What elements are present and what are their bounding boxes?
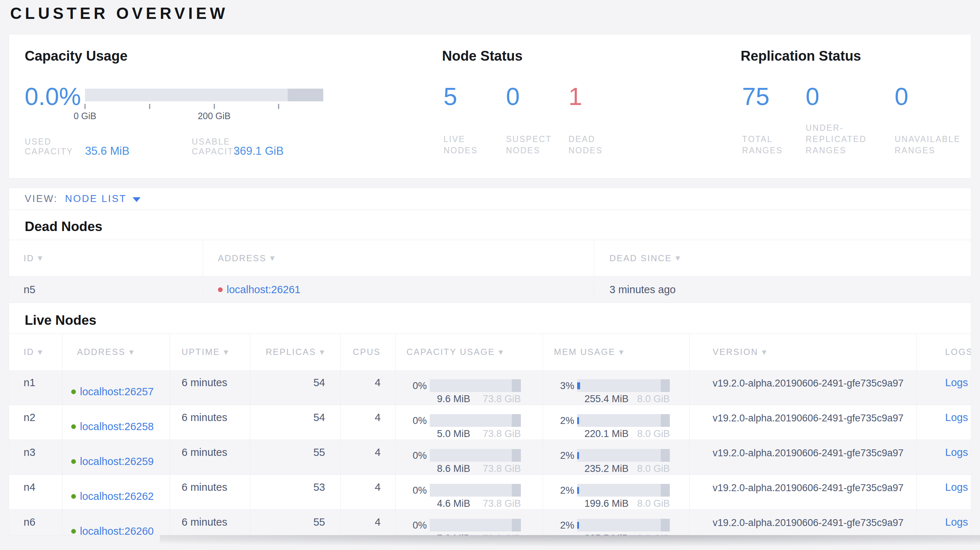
unavailable-ranges-count: 0 [895,84,972,109]
mem-bar-other-segment [661,449,670,462]
mem-bar-used-segment [577,452,579,459]
node-capacity-usage-cell: 0% 9.6 MiB 73.8 GiB [395,370,542,405]
column-header-id[interactable]: ID▼ [9,334,62,370]
node-id: n5 [9,284,203,296]
view-dropdown[interactable]: NODE LIST [65,193,127,205]
cluster-capacity-bar [85,89,323,101]
node-id: n6 [9,510,62,535]
capacity-used-value: 9.6 MiB [437,393,470,404]
node-mem-usage-cell: 2% 225.5 MiB 8.0 GiB [542,510,689,535]
sort-arrow-icon: ▼ [38,349,43,356]
column-header-id[interactable]: ID▼ [9,240,203,276]
node-dead-dot [218,287,223,292]
node-uptime: 6 minutes [170,370,250,405]
node-mem-usage-cell: 3% 255.4 MiB 8.0 GiB [542,370,689,405]
column-header-address[interactable]: ADDRESS▼ [203,240,594,276]
node-address-link[interactable]: localhost:26260 [80,526,154,535]
table-row: n5 localhost:26261 3 minutes ago [9,276,971,303]
column-header-address[interactable]: ADDRESS▼ [62,334,170,370]
page-title: CLUSTER OVERVIEW [10,4,228,22]
logs-link[interactable]: Logs [945,377,968,388]
capacity-percent: 0% [403,485,427,496]
logs-cell: Logs [916,475,971,509]
capacity-bar-other-segment [288,89,323,101]
sort-arrow-icon: ▼ [499,349,504,356]
logs-link[interactable]: Logs [945,516,968,528]
under-replicated-ranges-count: 0 [806,84,895,109]
node-address-link[interactable]: localhost:26258 [80,421,154,432]
cluster-overview-card: Capacity Usage 0.0% 0 GiB200 GiB USED CA… [9,35,971,178]
node-status-title: Node Status [442,48,523,64]
logs-cell: Logs [916,510,971,535]
node-address-link[interactable]: localhost:26261 [227,284,301,296]
mem-bar-used-segment [577,382,580,389]
node-version: v19.2.0-alpha.20190606-2491-gfe735c9a97 [689,510,916,535]
mem-percent: 3% [550,380,574,391]
column-header-logs: LOGS [916,334,971,370]
mem-bar-other-segment [661,379,670,392]
capacity-bar-other-segment [512,484,521,497]
column-header-capacity-usage[interactable]: CAPACITY USAGE▼ [395,334,542,370]
mem-bar-used-segment [577,522,579,529]
mem-bar-other-segment [661,414,670,427]
column-header-replicas[interactable]: REPLICAS▼ [250,334,340,370]
capacity-bar-other-segment [512,379,521,392]
mem-bar-other-segment [661,519,670,531]
mem-bar-other-segment [661,484,670,497]
node-cpus: 4 [340,475,395,509]
capacity-percent: 0% [403,415,427,426]
window-bottom-shadow [160,535,980,550]
suspect-nodes-count: 0 [506,84,568,109]
node-live-dot [71,459,76,464]
logs-link[interactable]: Logs [945,412,968,423]
node-version: v19.2.0-alpha.20190606-2491-gfe735c9a97 [689,440,916,474]
node-address-link[interactable]: localhost:26262 [80,491,154,502]
suspect-nodes-label: SUSPECT NODES [506,134,550,156]
capacity-percent: 0% [403,520,427,531]
used-capacity-label: USED CAPACITY [25,137,79,157]
capacity-bar [430,449,521,462]
column-header-dead-since[interactable]: DEAD SINCE▼ [594,240,971,276]
table-row: n4 localhost:26262 6 minutes 53 4 0% 4.6… [9,475,971,510]
node-uptime: 6 minutes [170,510,250,535]
sort-arrow-icon: ▼ [224,349,229,356]
node-id: n3 [9,440,62,474]
sort-arrow-icon: ▼ [676,255,681,262]
chevron-down-icon[interactable] [132,197,141,202]
capacity-used-value: 4.6 MiB [437,498,470,509]
node-status-stats: 5 LIVE NODES 0 SUSPECT NODES 1 DEAD NODE… [444,84,631,156]
live-nodes-label: LIVE NODES [444,134,488,156]
node-cpus: 4 [340,440,395,474]
node-address-link[interactable]: localhost:26257 [80,386,154,397]
logs-link[interactable]: Logs [945,447,968,458]
node-version: v19.2.0-alpha.20190606-2491-gfe735c9a97 [689,405,916,440]
node-capacity-usage-cell: 0% 7.8 MiB 73.8 GiB [395,510,542,535]
capacity-bar [430,484,521,497]
mem-used-value: 225.5 MiB [584,533,629,535]
node-mem-usage-cell: 2% 220.1 MiB 8.0 GiB [542,405,689,440]
capacity-percent: 0% [403,450,427,461]
suspect-nodes-stat: 0 SUSPECT NODES [506,84,568,156]
column-header-uptime[interactable]: UPTIME▼ [170,334,250,370]
capacity-used-value: 7.8 MiB [437,533,470,535]
total-ranges-label: TOTAL RANGES [742,134,786,156]
logs-link[interactable]: Logs [945,481,968,493]
node-replicas: 54 [250,405,340,440]
column-header-version[interactable]: VERSION▼ [689,334,916,370]
mem-total-value: 8.0 GiB [637,428,670,439]
node-version: v19.2.0-alpha.20190606-2491-gfe735c9a97 [689,370,916,405]
view-label: VIEW: [25,193,58,205]
node-id: n2 [9,405,62,440]
live-nodes-count: 5 [444,84,506,109]
node-address-cell: localhost:26262 [62,475,170,509]
node-version: v19.2.0-alpha.20190606-2491-gfe735c9a97 [689,475,916,509]
node-cpus: 4 [340,405,395,440]
sort-arrow-icon: ▼ [270,255,276,262]
node-replicas: 53 [250,475,340,509]
live-nodes-stat: 5 LIVE NODES [444,84,506,156]
node-address-link[interactable]: localhost:26259 [80,456,154,467]
column-header-mem-usage[interactable]: MEM USAGE▼ [542,334,689,370]
sort-arrow-icon: ▼ [129,349,135,356]
mem-bar [577,379,670,392]
live-nodes-table-header: ID▼ ADDRESS▼ UPTIME▼ REPLICAS▼ CPUS CAPA… [9,334,971,370]
